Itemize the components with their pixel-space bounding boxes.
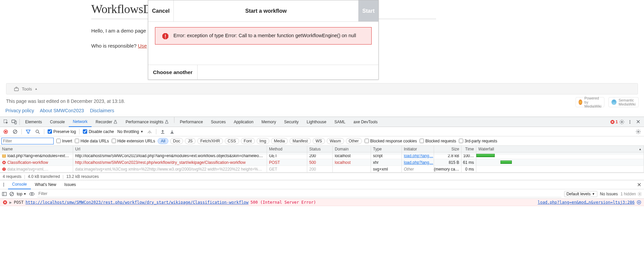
responsible-label: Who is responsible? [91, 43, 138, 49]
type-pill-font[interactable]: Font [241, 138, 255, 144]
console-error-line[interactable]: ▶ POST http://localhost/smw/SMWCon2023/r… [0, 199, 644, 206]
type-pill-other[interactable]: Other [346, 138, 362, 144]
throttling-select[interactable]: No throttling ▼ [117, 129, 144, 134]
devtools-tab-network[interactable]: Network [69, 117, 92, 127]
devtools-tab-performance[interactable]: Performance [176, 117, 207, 127]
initiator-link[interactable]: load.php?lang… [404, 160, 433, 165]
devtools-tab-console[interactable]: Console [46, 117, 69, 127]
powered-by-mediawiki-badge[interactable]: Powered by MediaWiki [576, 97, 604, 107]
devtools-tab-saml[interactable]: SAML [330, 117, 350, 127]
no-issues-label[interactable]: No Issues [600, 192, 618, 196]
levels-select[interactable]: Default levels ▼ [564, 191, 597, 197]
invert-checkbox[interactable]: Invert [56, 139, 72, 143]
col-initiator[interactable]: Initiator [402, 146, 434, 152]
drawer-tab-whatsnew[interactable]: What's New [31, 180, 60, 189]
svg-rect-20 [2, 154, 6, 157]
hide-data-urls-checkbox[interactable]: Hide data URLs [75, 139, 109, 143]
type-pill-doc[interactable]: Doc [170, 138, 183, 144]
search-icon[interactable] [35, 129, 41, 135]
settings-icon[interactable] [618, 118, 626, 126]
preserve-log-checkbox[interactable]: Preserve log [48, 129, 76, 134]
col-time[interactable]: Time [462, 146, 476, 152]
console-method: POST [14, 200, 23, 205]
network-settings-icon[interactable] [635, 129, 641, 135]
devtools-tab-lighthouse[interactable]: Lighthouse [303, 117, 330, 127]
type-pill-ws[interactable]: WS [313, 138, 325, 144]
svg-rect-3 [165, 38, 166, 38]
drawer-more-icon[interactable] [1, 182, 8, 187]
devtools-tab-security[interactable]: Security [280, 117, 303, 127]
type-pill-img[interactable]: Img [257, 138, 269, 144]
upload-har-icon[interactable] [160, 129, 166, 135]
drawer-tab-issues[interactable]: Issues [60, 180, 80, 189]
choose-another-button[interactable]: Choose another [148, 65, 198, 79]
type-pill-css[interactable]: CSS [225, 138, 239, 144]
col-type[interactable]: Type [371, 146, 402, 152]
responsible-link[interactable]: Use [138, 43, 147, 49]
devtools-tab-axe-devtools[interactable]: axe DevTools [350, 117, 382, 127]
console-source-link[interactable]: load.php?lang=en&mod…n&version=ltsj3:286 [538, 200, 635, 205]
error-count-badge[interactable]: 1 [610, 120, 618, 124]
type-pill-fetch-xhr[interactable]: Fetch/XHR [197, 138, 223, 144]
col-name[interactable]: Name [0, 146, 73, 152]
context-select[interactable]: top ▼ [17, 192, 26, 196]
third-party-checkbox[interactable]: 3rd-party requests [459, 139, 497, 143]
console-filter-input[interactable] [37, 191, 561, 197]
table-row[interactable]: data:image/svg+xml,…data:image/svg+xml,%… [0, 166, 644, 173]
devtools-tab-application[interactable]: Application [230, 117, 258, 127]
disable-cache-checkbox[interactable]: Disable cache [83, 129, 114, 134]
col-url[interactable]: Url [73, 146, 267, 152]
hide-extension-urls-checkbox[interactable]: Hide extension URLs [112, 139, 155, 143]
inspect-icon[interactable] [2, 118, 10, 126]
record-icon[interactable] [3, 129, 9, 135]
table-row[interactable]: Classification-workflowhttp://localhost/… [0, 159, 644, 166]
col-status[interactable]: Status [307, 146, 333, 152]
devtools-tab-elements[interactable]: Elements [21, 117, 46, 127]
close-devtools-icon[interactable]: ✕ [634, 118, 642, 126]
drawer-close-icon[interactable]: ✕ [635, 182, 643, 188]
filter-input[interactable] [1, 138, 54, 144]
type-pill-js[interactable]: JS [185, 138, 196, 144]
type-pill-all[interactable]: All [158, 138, 168, 144]
footer-about[interactable]: About SMWCon2023 [40, 108, 84, 113]
footer-privacy[interactable]: Privacy policy [5, 108, 34, 113]
col-method[interactable]: Method [267, 146, 307, 152]
start-button[interactable]: Start [358, 0, 378, 21]
drawer-tab-console[interactable]: Console [8, 180, 31, 189]
blocked-cookies-checkbox[interactable]: Blocked response cookies [365, 139, 417, 143]
clear-icon[interactable] [12, 129, 18, 135]
drawer-tabbar: Console What's New Issues ✕ [0, 180, 644, 189]
download-har-icon[interactable] [169, 129, 175, 135]
devtools-tab-sources[interactable]: Sources [207, 117, 230, 127]
tools-bar[interactable]: Tools ▲ [6, 83, 638, 94]
device-toggle-icon[interactable] [10, 118, 18, 126]
footer-disclaimers[interactable]: Disclaimers [90, 108, 114, 113]
devtools-tab-recorder[interactable]: Recorder [92, 117, 121, 127]
svg-point-26 [3, 184, 4, 185]
blocked-requests-checkbox[interactable]: Blocked requests [420, 139, 456, 143]
col-size[interactable]: Size [434, 146, 462, 152]
hidden-count[interactable]: 1 hidden [621, 192, 642, 196]
type-pill-wasm[interactable]: Wasm [327, 138, 344, 144]
semantic-mediawiki-badge[interactable]: Semantic MediaWiki [608, 97, 639, 107]
console-url[interactable]: http://localhost/smw/SMWCon2023/rest.php… [25, 200, 249, 205]
col-waterfall[interactable]: Waterfall▲ [476, 146, 644, 152]
more-icon[interactable] [626, 118, 634, 126]
col-domain[interactable]: Domain [333, 146, 371, 152]
console-clear-icon[interactable] [9, 192, 14, 196]
svg-line-31 [10, 193, 13, 195]
svg-rect-13 [5, 131, 7, 132]
badge-line2: MediaWiki [584, 104, 601, 108]
network-conditions-icon[interactable] [147, 129, 153, 135]
type-pill-manifest[interactable]: Manifest [289, 138, 311, 144]
console-sidebar-toggle-icon[interactable] [2, 192, 7, 196]
footer-links: Privacy policy About SMWCon2023 Disclaim… [5, 108, 119, 113]
live-expression-icon[interactable] [29, 192, 35, 196]
expand-arrow-icon[interactable]: ▶ [9, 200, 12, 205]
filter-icon[interactable] [25, 129, 31, 135]
hide-message-icon[interactable] [637, 200, 641, 205]
devtools-tab-performance-insights[interactable]: Performance insights [121, 117, 173, 127]
type-pill-media[interactable]: Media [271, 138, 288, 144]
devtools-tab-memory[interactable]: Memory [258, 117, 280, 127]
cancel-button[interactable]: Cancel [148, 0, 174, 21]
